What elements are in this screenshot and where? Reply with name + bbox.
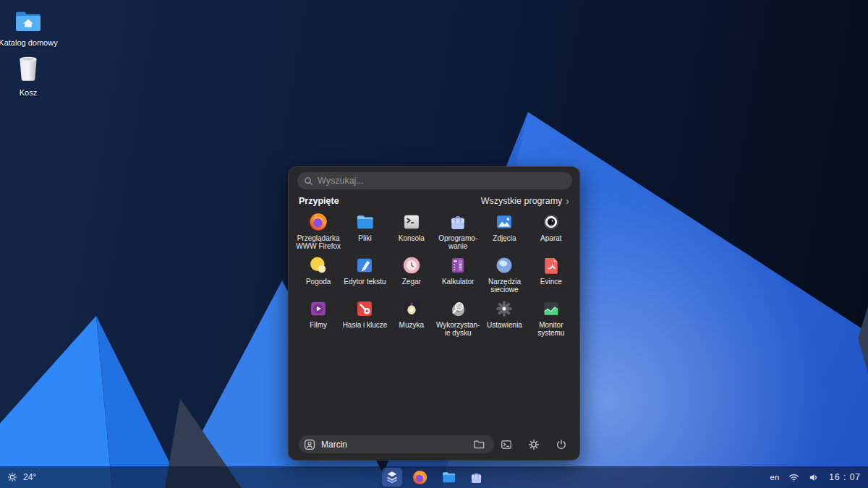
taskbar: 24°: [0, 466, 868, 488]
disk-usage-icon: [448, 299, 468, 319]
firefox-icon: [308, 212, 328, 232]
power-icon: [556, 439, 567, 450]
search-icon: [304, 176, 313, 186]
evince-icon: [541, 255, 561, 275]
clock[interactable]: 16 : 07: [829, 472, 861, 482]
wifi-icon[interactable]: [788, 473, 799, 482]
network-tools-icon: [494, 255, 514, 275]
app-videos[interactable]: Filmy: [295, 297, 341, 341]
app-calculator[interactable]: Kalkulator: [435, 254, 481, 297]
app-settings[interactable]: Ustawienia: [481, 297, 527, 341]
terminal-icon: [501, 439, 512, 450]
chevron-right-icon: ›: [566, 196, 569, 206]
system-monitor-icon: [541, 299, 561, 319]
gear-icon: [528, 439, 540, 450]
app-console[interactable]: Konsola: [388, 210, 435, 254]
volume-icon[interactable]: [809, 473, 820, 482]
calculator-icon: [448, 255, 468, 275]
camera-icon: [541, 212, 561, 232]
launcher-footer: Marcin: [289, 435, 579, 455]
app-label: Monitor systemu: [522, 321, 580, 337]
app-files[interactable]: Pliki: [341, 210, 388, 254]
app-clocks[interactable]: Zegar: [388, 254, 435, 297]
weather-icon: [308, 255, 328, 275]
app-photos[interactable]: Zdjęcia: [481, 210, 527, 254]
app-software[interactable]: Oprogramo- wanie: [435, 210, 481, 254]
app-network-tools[interactable]: Narzędzia sieciowe: [481, 254, 527, 297]
app-music[interactable]: Muzyka: [388, 297, 435, 341]
app-firefox[interactable]: Przeglądarka WWW Firefox: [295, 210, 341, 254]
app-system-monitor[interactable]: Monitor systemu: [528, 297, 574, 341]
app-camera[interactable]: Aparat: [528, 210, 574, 254]
desktop-icon-label: Kosz: [20, 88, 37, 97]
keyboard-layout-indicator[interactable]: en: [770, 473, 780, 481]
music-icon: [401, 299, 422, 319]
firefox-icon: [412, 469, 428, 486]
app-launcher-panel: Przypięte Wszystkie programy › Przegląda…: [288, 166, 580, 461]
desktop: Katalog domowy Kosz: [0, 0, 868, 488]
desktop-icon-trash[interactable]: Kosz: [0, 56, 56, 97]
settings-shortcut-button[interactable]: [524, 436, 543, 453]
videos-icon: [308, 299, 328, 319]
photos-icon: [494, 212, 514, 232]
desktop-icon-home-folder[interactable]: Katalog domowy: [0, 9, 56, 47]
settings-icon: [494, 299, 514, 319]
console-icon: [401, 212, 422, 232]
taskbar-firefox-button[interactable]: [410, 468, 430, 487]
system-tray: en 16 : 07: [770, 472, 861, 482]
home-folder-icon: [14, 9, 43, 35]
app-weather[interactable]: Pogoda: [295, 254, 341, 297]
app-evince[interactable]: Evince: [528, 254, 574, 297]
software-icon: [448, 212, 468, 232]
app-text-editor[interactable]: Edytor tekstu: [341, 254, 388, 297]
taskbar-software-button[interactable]: [467, 468, 487, 487]
taskbar-center: [0, 468, 868, 487]
trash-icon: [17, 56, 39, 85]
app-label: Aparat: [522, 234, 580, 242]
clocks-icon: [401, 255, 422, 275]
search-input[interactable]: [318, 176, 566, 186]
passwords-icon: [354, 299, 375, 319]
app-launcher-icon: [384, 469, 400, 485]
user-name: Marcin: [321, 440, 347, 450]
files-shortcut-button[interactable]: [469, 436, 488, 453]
text-editor-icon: [354, 255, 375, 275]
terminal-shortcut-button[interactable]: [497, 436, 516, 453]
files-icon: [441, 469, 456, 485]
search-bar: [297, 172, 572, 189]
files-icon: [354, 212, 375, 232]
app-label: Evince: [522, 278, 580, 286]
all-programs-label: Wszystkie programy: [481, 196, 563, 206]
user-avatar-icon: [304, 439, 315, 450]
all-programs-button[interactable]: Wszystkie programy ›: [481, 196, 569, 206]
folder-icon: [473, 439, 485, 450]
pinned-app-grid: Przeglądarka WWW Firefox Pliki: [295, 210, 574, 341]
user-button[interactable]: Marcin: [299, 435, 494, 453]
pinned-label: Przypięte: [299, 196, 339, 206]
app-passwords[interactable]: Hasła i klucze: [341, 297, 388, 341]
taskbar-files-button[interactable]: [438, 468, 459, 487]
app-launcher-button[interactable]: [382, 468, 402, 487]
footer-actions: [469, 436, 571, 453]
desktop-icon-label: Katalog domowy: [0, 38, 58, 47]
power-button[interactable]: [552, 436, 571, 453]
pinned-header-row: Przypięte Wszystkie programy ›: [299, 195, 569, 207]
software-icon: [469, 470, 484, 485]
app-disk-usage[interactable]: Wykorzystan- ie dysku: [435, 297, 481, 341]
